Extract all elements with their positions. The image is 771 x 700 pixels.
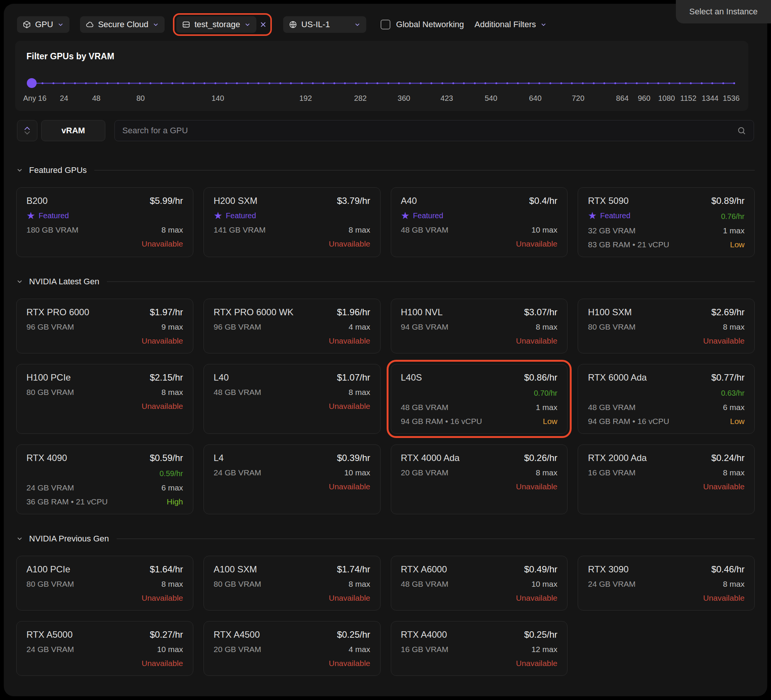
gpu-card[interactable]: A40 $0.4/hr ★ Featured 48 GB VRAM 10 max… bbox=[391, 187, 568, 257]
gpu-card[interactable]: A100 SXM $1.74/hr 80 GB VRAM 8 max Unava… bbox=[203, 556, 381, 610]
card-featured-row: ★ 0.70/hr bbox=[401, 387, 558, 398]
section-header[interactable]: NVIDIA Latest Gen bbox=[16, 277, 755, 287]
gpu-vram: 24 GB VRAM bbox=[26, 483, 74, 492]
gpu-card[interactable]: H100 NVL $3.07/hr 94 GB VRAM 8 max Unava… bbox=[391, 299, 568, 353]
gpu-name: RTX A6000 bbox=[401, 564, 447, 575]
slider-track[interactable] bbox=[32, 83, 734, 84]
gpu-vram: 48 GB VRAM bbox=[401, 402, 449, 412]
sort-direction-button[interactable] bbox=[17, 120, 37, 141]
gpu-name: H100 NVL bbox=[401, 306, 443, 317]
vram-slider[interactable] bbox=[32, 78, 734, 88]
additional-filters-dropdown[interactable]: Additional Filters bbox=[475, 20, 547, 29]
sections: Featured GPUs B200 $5.99/hr ★ Featured 1… bbox=[16, 142, 755, 676]
card-status-row: Unavailable bbox=[26, 593, 183, 602]
card-status-row: Unavailable bbox=[588, 482, 745, 491]
card-vram-row: 80 GB VRAM 8 max bbox=[588, 322, 745, 332]
gpu-name: A40 bbox=[401, 195, 417, 206]
card-status-row: Unavailable bbox=[401, 593, 558, 602]
gpu-card[interactable]: RTX A6000 $0.49/hr 48 GB VRAM 10 max Una… bbox=[391, 556, 568, 610]
chevron-down-icon bbox=[16, 167, 23, 174]
card-vram-row: 24 GB VRAM 8 max bbox=[588, 579, 745, 589]
select-an-instance-tab: Select an Instance bbox=[676, 0, 771, 23]
additional-filters-label: Additional Filters bbox=[475, 20, 536, 29]
section-header[interactable]: Featured GPUs bbox=[16, 165, 755, 175]
storage-clear-button[interactable] bbox=[259, 20, 268, 29]
globe-icon bbox=[289, 20, 297, 29]
gpu-card[interactable]: RTX 6000 Ada $0.77/hr ★ 0.63/hr 48 GB VR… bbox=[578, 364, 755, 434]
gpu-card[interactable]: RTX A5000 $0.27/hr 24 GB VRAM 10 max Una… bbox=[16, 621, 193, 676]
gpu-card[interactable]: RTX PRO 6000 WK $1.96/hr 96 GB VRAM 4 ma… bbox=[203, 299, 381, 353]
gpu-ram-vcpu: 94 GB RAM • 16 vCPU bbox=[401, 417, 482, 426]
select-an-instance-label: Select an Instance bbox=[689, 7, 757, 16]
close-icon bbox=[259, 21, 267, 28]
card-status-row: Unavailable bbox=[214, 336, 371, 345]
storage-dropdown[interactable]: test_storage bbox=[176, 16, 256, 33]
chevron-down-icon bbox=[354, 21, 361, 28]
card-featured-row: ★ 0.63/hr bbox=[588, 387, 745, 398]
gpu-name: L40S bbox=[401, 372, 422, 383]
gpu-max-count: 1 max bbox=[723, 226, 745, 235]
card-title-row: A100 PCIe $1.64/hr bbox=[26, 564, 183, 575]
search-input[interactable] bbox=[122, 126, 737, 135]
gpu-card[interactable]: RTX A4500 $0.25/hr 20 GB VRAM 4 max Unav… bbox=[203, 621, 381, 676]
gpu-type-dropdown[interactable]: GPU bbox=[17, 16, 70, 33]
gpu-price: $2.15/hr bbox=[150, 372, 183, 383]
gpu-card[interactable]: RTX 5090 $0.89/hr ★ Featured 0.76/hr 32 … bbox=[578, 187, 755, 257]
gpu-vram: 32 GB VRAM bbox=[588, 226, 636, 235]
global-networking-checkbox[interactable] bbox=[381, 20, 390, 29]
gpu-ram-vcpu: 83 GB RAM • 21 vCPU bbox=[588, 240, 669, 249]
gpu-card[interactable]: H100 SXM $2.69/hr 80 GB VRAM 8 max Unava… bbox=[578, 299, 755, 353]
gpu-max-count: 1 max bbox=[536, 402, 557, 412]
gpu-status-badge: Unavailable bbox=[142, 658, 183, 668]
sort-up-icon bbox=[24, 126, 31, 131]
card-title-row: RTX 4000 Ada $0.26/hr bbox=[401, 452, 558, 463]
gpu-discount-price: 0.76/hr bbox=[721, 212, 745, 221]
cloud-type-dropdown[interactable]: Secure Cloud bbox=[80, 16, 164, 33]
star-icon: ★ bbox=[401, 211, 410, 220]
card-status-row: Unavailable bbox=[26, 239, 183, 248]
vram-tick-label: 960 bbox=[638, 94, 650, 103]
cloud-type-label: Secure Cloud bbox=[98, 20, 148, 29]
card-vram-row: 94 GB VRAM 8 max bbox=[401, 322, 558, 332]
gpu-price: $0.89/hr bbox=[711, 195, 745, 206]
gpu-price: $1.07/hr bbox=[337, 372, 370, 383]
gpu-card[interactable]: RTX 4000 Ada $0.26/hr 20 GB VRAM 8 max U… bbox=[391, 444, 568, 514]
card-vram-row: 80 GB VRAM 8 max bbox=[26, 387, 183, 397]
gpu-card-grid: B200 $5.99/hr ★ Featured 180 GB VRAM 8 m… bbox=[16, 187, 755, 257]
gpu-card[interactable]: RTX 2000 Ada $0.24/hr 16 GB VRAM 8 max U… bbox=[578, 444, 755, 514]
card-title-row: RTX PRO 6000 WK $1.96/hr bbox=[214, 306, 371, 317]
gpu-card[interactable]: B200 $5.99/hr ★ Featured 180 GB VRAM 8 m… bbox=[16, 187, 193, 257]
gpu-section: NVIDIA Latest Gen RTX PRO 6000 $1.97/hr … bbox=[16, 277, 755, 514]
region-dropdown[interactable]: US-IL-1 bbox=[283, 16, 366, 33]
card-vram-row: 141 GB VRAM 8 max bbox=[214, 225, 371, 234]
gpu-section: Featured GPUs B200 $5.99/hr ★ Featured 1… bbox=[16, 165, 755, 257]
gpu-name: RTX 4000 Ada bbox=[401, 452, 460, 463]
card-featured-row: ★ Featured 0.76/hr bbox=[588, 211, 745, 221]
gpu-discount-price: 0.63/hr bbox=[721, 388, 745, 398]
gpu-card[interactable]: RTX 3090 $0.46/hr 24 GB VRAM 8 max Unava… bbox=[578, 556, 755, 610]
gpu-vram: 180 GB VRAM bbox=[26, 225, 78, 234]
gpu-card[interactable]: L40S $0.86/hr ★ 0.70/hr 48 GB VRAM 1 max… bbox=[391, 364, 568, 434]
chevron-down-icon bbox=[153, 21, 159, 28]
gpu-card[interactable]: H100 PCIe $2.15/hr 80 GB VRAM 8 max Unav… bbox=[16, 364, 193, 434]
gpu-card[interactable]: L40 $1.07/hr 48 GB VRAM 8 max Unavailabl… bbox=[203, 364, 381, 434]
sort-by-vram-button[interactable]: vRAM bbox=[41, 120, 105, 141]
gpu-card[interactable]: RTX A4000 $0.25/hr 16 GB VRAM 12 max Una… bbox=[391, 621, 568, 676]
chevron-down-icon bbox=[16, 536, 23, 542]
gpu-status-badge: Low bbox=[730, 240, 745, 249]
gpu-name: RTX 5090 bbox=[588, 195, 629, 206]
slider-handle[interactable] bbox=[27, 78, 37, 88]
section-header[interactable]: NVIDIA Previous Gen bbox=[16, 534, 755, 544]
gpu-status-badge: Unavailable bbox=[142, 239, 183, 248]
gpu-card[interactable]: H200 SXM $3.79/hr ★ Featured 141 GB VRAM… bbox=[203, 187, 381, 257]
gpu-card[interactable]: A100 PCIe $1.64/hr 80 GB VRAM 8 max Unav… bbox=[16, 556, 193, 610]
vram-tick-label: 1344 bbox=[702, 94, 719, 103]
gpu-vram: 48 GB VRAM bbox=[401, 225, 449, 234]
region-label: US-IL-1 bbox=[301, 20, 330, 29]
gpu-card[interactable]: RTX PRO 6000 $1.97/hr 96 GB VRAM 9 max U… bbox=[16, 299, 193, 353]
card-vram-row: 80 GB VRAM 8 max bbox=[26, 579, 183, 589]
gpu-price: $0.24/hr bbox=[711, 452, 745, 463]
global-networking-toggle[interactable]: Global Networking bbox=[381, 20, 464, 29]
gpu-card[interactable]: RTX 4090 $0.59/hr ★ 0.59/hr 24 GB VRAM 6… bbox=[16, 444, 193, 514]
gpu-card[interactable]: L4 $0.39/hr 24 GB VRAM 10 max Unavailabl… bbox=[203, 444, 381, 514]
